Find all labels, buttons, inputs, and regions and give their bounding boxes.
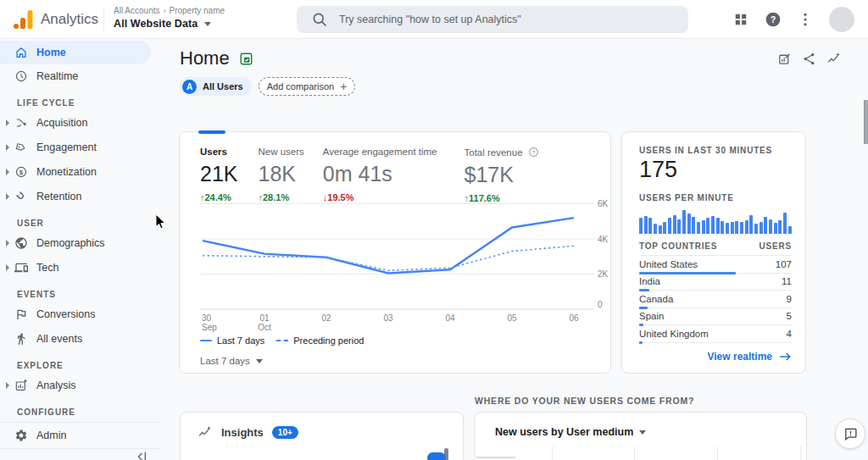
users-last-30min-label: USERS IN LAST 30 MINUTES (639, 146, 792, 155)
svg-text:?: ? (771, 14, 776, 25)
sidebar-divider (0, 448, 161, 449)
per-minute-bar (644, 216, 648, 234)
per-minute-bar (716, 218, 720, 234)
per-minute-bar (783, 213, 787, 234)
per-minute-bar (668, 218, 671, 234)
sidebar-item-analysis[interactable]: Analysis (0, 373, 151, 397)
expand-arrow-icon[interactable] (6, 193, 9, 200)
sidebar-collapse-button[interactable] (134, 450, 147, 460)
search-placeholder: Try searching "how to set up Analytics" (339, 14, 521, 25)
arrow-right-icon (779, 352, 792, 362)
expand-arrow-icon[interactable] (6, 264, 9, 271)
chevron-down-icon (204, 22, 211, 26)
all-users-chip[interactable]: A All Users (180, 77, 252, 96)
svg-text:01: 01 (259, 313, 270, 323)
sidebar-item-engagement[interactable]: Engagement (0, 135, 151, 159)
new-users-question: WHERE DO YOUR NEW USERS COME FROM? (475, 396, 694, 406)
per-minute-bar (749, 215, 753, 234)
svg-text:04: 04 (445, 313, 455, 323)
svg-text:Oct: Oct (258, 323, 271, 332)
country-row: United States107 (639, 256, 792, 274)
realtime-card: USERS IN LAST 30 MINUTES 175 USERS PER M… (621, 131, 806, 374)
per-minute-bar (648, 218, 652, 234)
svg-text:$: $ (19, 168, 24, 175)
sidebar-section-configure: CONFIGURE (0, 404, 161, 419)
page-scrollbar[interactable] (864, 100, 868, 144)
new-users-by-medium-selector[interactable]: New users by User medium (495, 426, 646, 438)
per-minute-bar (711, 216, 715, 234)
svg-text:0: 0 (598, 300, 603, 309)
expand-arrow-icon[interactable] (6, 382, 9, 389)
engagement-icon (14, 141, 28, 154)
sidebar-item-monetization[interactable]: $Monetization (0, 159, 151, 184)
property-selector[interactable]: All Website Data (114, 18, 211, 30)
per-minute-bar (778, 220, 782, 234)
sidebar-item-retention[interactable]: Retention (0, 184, 151, 208)
per-minute-bar (663, 222, 666, 234)
sidebar-item-realtime[interactable]: Realtime (0, 64, 151, 88)
expand-arrow-icon[interactable] (6, 169, 9, 175)
insight-new-badge (427, 452, 446, 460)
add-comparison-chip[interactable]: Add comparison + (259, 77, 356, 96)
expand-arrow-icon[interactable] (6, 240, 9, 247)
per-minute-bar (788, 226, 792, 234)
svg-text:30: 30 (202, 313, 212, 323)
date-range-selector[interactable]: Last 7 days (200, 356, 263, 366)
sidebar-item-tech[interactable]: Tech (0, 255, 151, 280)
sidebar-item-admin[interactable]: Admin (0, 423, 151, 447)
sidebar-item-home[interactable]: Home (0, 41, 151, 64)
new-users-axis-line (476, 457, 515, 458)
feedback-button[interactable] (835, 418, 865, 449)
chart-legend: Last 7 daysPreceding period (200, 335, 364, 346)
page-title: Home (180, 47, 253, 69)
gear-icon (14, 429, 28, 442)
users-last-30min-value: 175 (639, 157, 792, 183)
per-minute-bar (706, 218, 709, 234)
svg-text:4K: 4K (598, 235, 609, 244)
monetization-icon: $ (14, 165, 28, 179)
breadcrumb-accounts[interactable]: All Accounts (114, 6, 159, 15)
share-icon[interactable] (802, 52, 816, 66)
legend-dashed-swatch (276, 340, 288, 341)
help-icon[interactable]: ? (765, 11, 782, 28)
per-minute-bar (726, 223, 729, 234)
insights-icon[interactable] (826, 52, 841, 66)
sidebar-item-demographics[interactable]: Demographics (0, 230, 151, 255)
avatar[interactable] (829, 7, 854, 32)
per-minute-bar (692, 217, 695, 234)
customize-report-icon[interactable] (777, 52, 792, 66)
sidebar-item-all-events[interactable]: All events (0, 326, 151, 351)
more-vert-icon[interactable] (797, 11, 814, 28)
per-minute-bar (654, 224, 657, 234)
breadcrumb-property[interactable]: Property name (169, 6, 225, 15)
per-minute-bar (639, 218, 643, 234)
per-minute-bar (764, 217, 767, 234)
analytics-logo[interactable]: Analytics (12, 0, 98, 39)
sidebar-section-events: EVENTS (0, 286, 161, 302)
search-icon (311, 11, 328, 28)
users-line-chart[interactable]: 02K4K6K30Sep01Oct0203040506 (180, 193, 612, 333)
clock-icon (14, 69, 28, 83)
sidebar-item-conversions[interactable]: Conversions (0, 302, 151, 326)
analytics-logo-icon (12, 8, 34, 30)
apps-grid-icon[interactable] (732, 11, 749, 28)
feedback-icon (843, 427, 858, 441)
svg-text:2K: 2K (598, 269, 609, 279)
expand-arrow-icon[interactable] (6, 144, 9, 151)
tech-icon (14, 261, 28, 274)
search-input[interactable]: Try searching "how to set up Analytics" (297, 6, 688, 33)
sidebar-nav: HomeRealtimeLIFE CYCLEAcquisitionEngagem… (0, 39, 161, 460)
expand-arrow-icon[interactable] (6, 119, 9, 126)
view-realtime-link[interactable]: View realtime (708, 351, 793, 363)
sidebar-item-acquisition[interactable]: Acquisition (0, 110, 151, 135)
per-minute-bar (754, 224, 758, 234)
plus-icon: + (340, 80, 347, 92)
help-tooltip-icon[interactable]: ? (528, 147, 539, 158)
breadcrumb[interactable]: All Accounts › Property name (114, 6, 225, 15)
svg-text:02: 02 (321, 313, 331, 323)
users-per-minute-chart[interactable] (639, 208, 792, 234)
acquisition-icon (14, 116, 28, 130)
svg-text:6K: 6K (598, 199, 609, 208)
svg-text:03: 03 (383, 313, 393, 323)
per-minute-bar (740, 222, 743, 234)
